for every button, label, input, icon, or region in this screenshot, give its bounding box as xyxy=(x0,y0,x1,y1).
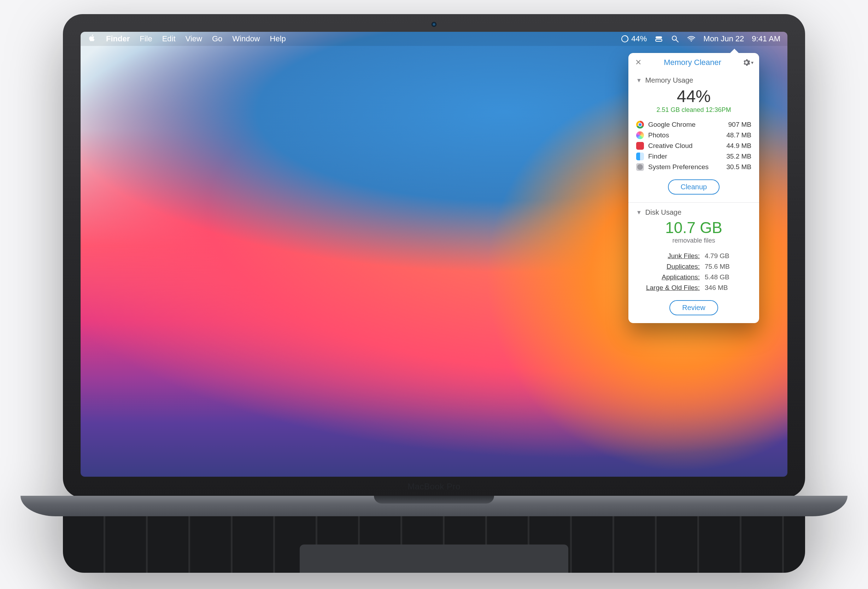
finder-icon xyxy=(636,153,644,161)
review-button[interactable]: Review xyxy=(669,300,718,315)
menu-edit[interactable]: Edit xyxy=(162,34,176,43)
memory-cleaner-status-pct: 44% xyxy=(631,34,647,43)
menu-window[interactable]: Window xyxy=(232,34,260,43)
photos-icon xyxy=(636,131,644,139)
svg-point-5 xyxy=(691,40,692,41)
svg-point-3 xyxy=(672,36,676,40)
menu-file[interactable]: File xyxy=(140,34,152,43)
chevron-down-icon: ▾ xyxy=(751,60,753,65)
cleanup-button[interactable]: Cleanup xyxy=(668,180,720,194)
gear-icon xyxy=(743,59,750,66)
disk-row-duplicates: Duplicates: 75.6 MB xyxy=(636,261,751,272)
process-row: Photos 48.7 MB xyxy=(636,130,751,141)
process-name: Photos xyxy=(648,131,669,139)
close-icon[interactable]: ✕ xyxy=(634,58,642,67)
macos-menubar: Finder File Edit View Go Window Help 44% xyxy=(81,32,787,46)
process-list: Google Chrome 907 MB Photos 48.7 MB Crea… xyxy=(636,119,751,172)
process-size: 48.7 MB xyxy=(726,131,751,139)
disk-removable-caption: removable files xyxy=(636,237,751,244)
laptop-base xyxy=(21,496,847,516)
process-name: Finder xyxy=(648,153,667,161)
memory-usage-heading: Memory Usage xyxy=(645,76,694,84)
menubar-date[interactable]: Mon Jun 22 xyxy=(703,34,744,43)
trackpad xyxy=(300,545,568,573)
memory-cleaner-popover: ✕ Memory Cleaner ▾ ▼ Memory Usage 44% 2.… xyxy=(628,53,759,323)
menu-go[interactable]: Go xyxy=(212,34,222,43)
memory-usage-section: ▼ Memory Usage 44% 2.51 GB cleaned 12:36… xyxy=(628,71,759,202)
camera-dot xyxy=(431,22,437,27)
disk-row-label[interactable]: Duplicates: xyxy=(636,263,700,271)
process-row: Finder 35.2 MB xyxy=(636,151,751,162)
disk-removable-value: 10.7 GB xyxy=(636,220,751,236)
svg-rect-1 xyxy=(655,36,662,38)
process-name: Creative Cloud xyxy=(648,142,693,150)
disclosure-triangle-icon: ▼ xyxy=(636,77,642,84)
svg-line-4 xyxy=(676,40,678,42)
spotlight-search-icon[interactable] xyxy=(671,35,679,43)
system-preferences-icon xyxy=(636,163,644,171)
disk-row-label[interactable]: Applications: xyxy=(636,273,700,281)
disk-row-applications: Applications: 5.48 GB xyxy=(636,272,751,283)
hardware-label: MacBook Pro xyxy=(407,482,461,492)
svg-rect-2 xyxy=(655,39,662,41)
memory-usage-percent: 44% xyxy=(636,88,751,105)
process-size: 907 MB xyxy=(728,121,751,128)
disk-row-junk: Junk Files: 4.79 GB xyxy=(636,251,751,261)
keyboard-deck xyxy=(63,516,805,573)
process-name: System Preferences xyxy=(648,163,709,171)
disk-usage-section: ▼ Disk Usage 10.7 GB removable files Jun… xyxy=(628,203,759,323)
process-size: 30.5 MB xyxy=(726,163,751,171)
desktop-screen: Finder File Edit View Go Window Help 44% xyxy=(81,32,787,477)
settings-gear-button[interactable]: ▾ xyxy=(743,59,753,66)
wifi-icon[interactable] xyxy=(687,35,695,43)
popover-header: ✕ Memory Cleaner ▾ xyxy=(628,53,759,71)
menubar-left: Finder File Edit View Go Window Help xyxy=(88,34,286,44)
disk-row-value: 75.6 MB xyxy=(705,263,730,271)
control-center-icon[interactable] xyxy=(654,35,663,43)
hinge-notch xyxy=(374,496,494,504)
menubar-right: 44% Mon Jun 22 9:41 AM xyxy=(621,34,780,43)
process-row: Google Chrome 907 MB xyxy=(636,119,751,130)
process-row: Creative Cloud 44.9 MB xyxy=(636,141,751,151)
disk-row-value: 346 MB xyxy=(705,284,728,292)
process-size: 35.2 MB xyxy=(726,153,751,161)
laptop-frame: Finder File Edit View Go Window Help 44% xyxy=(21,14,847,573)
menu-help[interactable]: Help xyxy=(270,34,286,43)
screen-bezel: Finder File Edit View Go Window Help 44% xyxy=(63,14,805,498)
disk-row-value: 5.48 GB xyxy=(705,273,729,281)
menu-view[interactable]: View xyxy=(186,34,202,43)
process-name: Google Chrome xyxy=(648,121,695,128)
disk-row-value: 4.79 GB xyxy=(705,252,729,260)
disk-usage-header[interactable]: ▼ Disk Usage xyxy=(636,208,751,216)
active-app-name[interactable]: Finder xyxy=(106,34,130,43)
menubar-time[interactable]: 9:41 AM xyxy=(752,34,780,43)
process-size: 44.9 MB xyxy=(726,142,751,150)
memory-cleaned-line: 2.51 GB cleaned 12:36PM xyxy=(636,106,751,114)
memory-usage-header[interactable]: ▼ Memory Usage xyxy=(636,76,751,84)
disk-usage-heading: Disk Usage xyxy=(645,208,681,216)
disk-row-label[interactable]: Junk Files: xyxy=(636,252,700,260)
disk-row-large-old: Large & Old Files: 346 MB xyxy=(636,283,751,293)
disk-row-label[interactable]: Large & Old Files: xyxy=(636,284,700,292)
disk-breakdown-list: Junk Files: 4.79 GB Duplicates: 75.6 MB … xyxy=(636,251,751,293)
process-row: System Preferences 30.5 MB xyxy=(636,162,751,172)
memory-cleaner-status-icon[interactable]: 44% xyxy=(621,34,647,43)
disclosure-triangle-icon: ▼ xyxy=(636,209,642,216)
popover-title: Memory Cleaner xyxy=(664,58,721,67)
apple-menu-icon[interactable] xyxy=(88,34,96,44)
creative-cloud-icon xyxy=(636,142,644,150)
chrome-icon xyxy=(636,121,644,128)
